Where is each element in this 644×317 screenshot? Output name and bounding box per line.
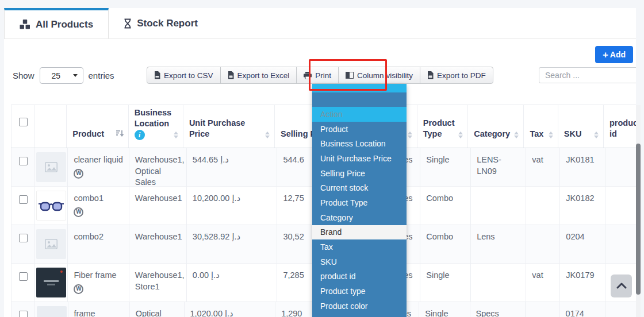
select-all-checkbox[interactable] xyxy=(19,118,28,126)
product-name[interactable]: cleaner liquid xyxy=(74,154,124,166)
colvis-item-product-id[interactable]: product id xyxy=(312,269,407,284)
unit-purchase-price-cell-value: 1,020.00 د.إ xyxy=(190,309,233,317)
product-name[interactable]: combo1 xyxy=(74,193,124,204)
sku-cell-value: JK0179 xyxy=(566,270,594,280)
product-cell: Fiber frameW xyxy=(67,264,128,301)
tab-stock-report-label: Stock Report xyxy=(137,18,198,29)
colvis-item-product-type[interactable]: Product Type xyxy=(312,195,407,210)
info-icon[interactable]: i xyxy=(135,130,145,140)
add-button[interactable]: +Add xyxy=(595,46,633,63)
vertical-scrollbar-thumb[interactable] xyxy=(636,144,641,295)
product-image[interactable] xyxy=(36,191,66,221)
image-detail xyxy=(60,270,63,273)
export-excel-label: Export to Excel xyxy=(237,71,290,80)
unit-purchase-price-cell-value: 544.65 د.إ xyxy=(193,155,229,164)
colvis-item-unit-purchase-price[interactable]: Unit Purchase Price xyxy=(312,151,407,166)
column-header-product-type[interactable]: Product Type xyxy=(417,105,468,148)
export-csv-button[interactable]: Export to CSV xyxy=(147,67,221,84)
export-excel-button[interactable]: Export to Excel xyxy=(220,67,297,84)
column-header-sku[interactable]: SKU xyxy=(558,105,603,148)
sort-icon[interactable] xyxy=(549,132,553,140)
column-header-product[interactable]: Product xyxy=(66,105,128,148)
colvis-item-selling-price[interactable]: Selling Price xyxy=(312,166,407,181)
colvis-item-sku[interactable]: SKU xyxy=(312,254,407,269)
product-name[interactable]: combo2 xyxy=(74,231,124,243)
column-header-label: SKU xyxy=(564,129,582,140)
product-name[interactable]: frame xyxy=(74,308,125,317)
sort-down-caret xyxy=(549,136,553,138)
image-column-header[interactable] xyxy=(34,105,67,148)
product-image-cell xyxy=(34,225,67,263)
sku-cell: 0174 xyxy=(559,302,605,317)
product-id-cell xyxy=(605,302,636,317)
wordpress-icon[interactable]: W xyxy=(74,284,83,294)
select-all-header[interactable] xyxy=(11,105,34,148)
product-image[interactable] xyxy=(37,306,67,317)
column-header-subrow: Category xyxy=(474,129,519,140)
sort-icon[interactable] xyxy=(408,132,412,140)
colvis-item-category[interactable]: Category xyxy=(312,210,407,225)
product-type-cell: Single xyxy=(420,148,470,186)
search-input[interactable] xyxy=(539,67,636,83)
product-image[interactable] xyxy=(36,268,66,297)
print-button[interactable]: Print xyxy=(296,67,339,84)
product-image-cell xyxy=(34,148,67,186)
column-header-category[interactable]: Category xyxy=(467,105,523,148)
sort-amount-icon[interactable] xyxy=(116,129,124,140)
row-checkbox[interactable] xyxy=(19,195,28,204)
sort-icon[interactable] xyxy=(458,132,463,140)
sku-cell: JK0182 xyxy=(559,187,605,225)
selling-price-cell-value: 12,75 xyxy=(283,194,304,203)
export-pdf-button[interactable]: Export to PDF xyxy=(420,67,493,84)
column-header-business-location[interactable]: Business Locationi xyxy=(128,105,183,148)
page-size-select[interactable]: 25 xyxy=(40,67,83,84)
printer-icon xyxy=(304,72,312,79)
colvis-item-action[interactable]: Action xyxy=(312,107,407,122)
product-name[interactable]: Fiber frame xyxy=(74,270,124,281)
colvis-item-product-color[interactable]: Product color xyxy=(312,299,407,314)
colvis-item-tax[interactable]: Tax xyxy=(312,239,407,254)
selling-price-cell-value: 30,52 xyxy=(283,232,304,241)
sku-cell-value: 0204 xyxy=(566,232,584,241)
sort-icon[interactable] xyxy=(594,132,599,140)
tab-stock-report[interactable]: Stock Report xyxy=(109,8,213,38)
row-select-cell xyxy=(11,148,34,186)
row-checkbox[interactable] xyxy=(19,234,28,242)
sort-up-caret xyxy=(594,132,599,134)
row-checkbox[interactable] xyxy=(19,272,28,281)
wordpress-icon[interactable]: W xyxy=(74,169,83,179)
colvis-item-brand[interactable]: Brand xyxy=(312,225,407,240)
column-header-subrow: Unit Purchase Price xyxy=(189,118,270,140)
wordpress-icon[interactable]: W xyxy=(74,207,83,217)
sort-up-caret xyxy=(174,132,178,134)
column-header-product-id[interactable]: product id xyxy=(603,105,636,148)
column-header-label: product id xyxy=(610,118,636,140)
product-type-cell: Combo xyxy=(420,225,470,263)
colvis-item-current-stock[interactable]: Current stock xyxy=(312,180,407,195)
unit-purchase-price-cell: 0.00 د.إ xyxy=(186,264,277,301)
column-visibility-dropdown: ActionProductBusiness LocationUnit Purch… xyxy=(312,84,407,317)
product-image[interactable] xyxy=(36,152,66,182)
sort-icon[interactable] xyxy=(514,132,519,140)
sort-icon[interactable] xyxy=(174,132,178,140)
eyeglasses-image xyxy=(38,200,64,213)
colvis-item-product-type[interactable]: Product type xyxy=(312,284,407,299)
tax-cell xyxy=(526,225,559,263)
category-cell xyxy=(470,187,526,225)
column-header-tax[interactable]: Tax xyxy=(523,105,557,148)
row-checkbox[interactable] xyxy=(19,311,28,317)
product-cell: cleaner liquidW xyxy=(67,148,128,186)
row-checkbox[interactable] xyxy=(19,157,28,165)
column-visibility-button[interactable]: Column visibility xyxy=(338,67,420,84)
sort-icon[interactable] xyxy=(265,132,270,140)
product-image[interactable] xyxy=(36,229,66,259)
colvis-item-business-location[interactable]: Business Location xyxy=(312,136,407,151)
sort-down-caret xyxy=(265,136,270,138)
column-header-unit-purchase-price[interactable]: Unit Purchase Price xyxy=(183,105,274,148)
tab-all-products[interactable]: All Products xyxy=(4,8,109,38)
scroll-to-top-button[interactable] xyxy=(611,275,632,297)
colvis-item-product[interactable]: Product xyxy=(312,122,407,137)
export-pdf-label: Export to PDF xyxy=(437,71,486,80)
show-label: Show xyxy=(13,71,34,80)
row-select-cell xyxy=(11,264,34,301)
